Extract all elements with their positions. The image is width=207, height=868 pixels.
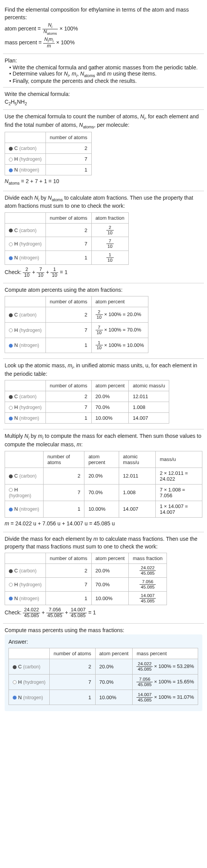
table-row: H (hydrogen)7710 [5,237,129,251]
table-row: C (carbon)220.0%24.02245.085 × 100% = 53… [9,659,198,675]
table-row: H (hydrogen)770.0%1.0087 × 1.008 = 7.056 [5,484,202,501]
carbon-dot-icon [9,395,13,399]
answer-section: Compute mass percents using the mass fra… [3,624,204,714]
plan-item: Finally, compute the percents and check … [9,78,202,84]
hydrogen-dot-icon [13,680,17,684]
table-row: C (carbon)220.0%12.011 [5,391,169,402]
carbon-dot-icon [9,569,13,573]
hydrogen-dot-icon [9,488,13,492]
mass-percent-text: Compute mass percents using the mass fra… [5,627,202,634]
natoms-equation: Natoms = 2 + 7 + 1 = 10 [5,178,202,186]
mass-calc-text: Multiply Ni by mi to compute the mass fo… [5,432,202,448]
mass-fraction-check: Check: 24.02245.085 + 7.05645.085 + 14.0… [5,607,202,619]
table-row: C (carbon)220.0%24.02245.085 [5,564,167,578]
nitrogen-dot-icon [9,256,13,260]
answer-box: Answer: number of atomsatom percentmass … [5,634,202,712]
carbon-dot-icon [9,229,13,232]
hydrogen-dot-icon [9,583,13,587]
atomic-mass-text: Look up the atomic mass, mi, in unified … [5,362,202,378]
nitrogen-dot-icon [9,344,13,348]
atom-fraction-check: Check: 210 + 710 + 110 = 1 [5,267,202,278]
atom-fraction-text: Divide each Ni by Natoms to calculate at… [5,194,202,210]
table-row: N (nitrogen)110.00%14.007 [5,413,169,424]
table-row: N (nitrogen)110.00%14.00745.085 [5,591,167,605]
mass-percent-formula: mass percent = Nimim × 100% [5,37,202,49]
table-row: H (hydrogen)770.0%7.05645.085 [5,578,167,592]
atoms-table: number of atoms C (carbon)2 H (hydrogen)… [5,132,92,175]
atom-percent-text: Compute atom percents using the atom fra… [5,286,202,294]
table-row: N (nitrogen)1 [5,165,92,175]
atom-percent-table: number of atomsatom percent C (carbon)22… [5,296,148,353]
mass-fraction-text: Divide the mass for each element by m to… [5,535,202,550]
atomic-mass-section: Look up the atomic mass, mi, in unified … [3,359,204,429]
table-row: C (carbon)2210 × 100% = 20.0% [5,307,148,323]
nitrogen-dot-icon [9,168,13,172]
atom-percent-section: Compute atom percents using the atom fra… [3,283,204,359]
intro-text: Find the elemental composition for ethyl… [5,6,202,21]
answer-table: number of atomsatom percentmass percent … [8,648,198,705]
plan-item: Determine values for Ni, mi, Natoms and … [9,71,202,78]
table-row: N (nitrogen)110.00%14.00745.085 × 100% =… [9,690,198,705]
answer-label: Answer: [8,638,199,646]
plan-heading: Plan: [5,57,202,65]
atomic-mass-table: number of atomsatom percentatomic mass/u… [5,380,169,424]
table-row: C (carbon)220.0%12.0112 × 12.011 = 24.02… [5,468,202,484]
table-row: H (hydrogen)7 [5,154,92,165]
atom-fraction-section: Divide each Ni by Natoms to calculate at… [3,191,204,283]
table-row: H (hydrogen)770.0%1.008 [5,402,169,413]
chemical-formula: C2H5NH2 [5,98,202,106]
nitrogen-dot-icon [9,508,13,511]
write-formula-section: Write the chemical formula: C2H5NH2 [3,87,204,110]
nitrogen-dot-icon [9,417,13,421]
mass-calc-table: number of atomsatom percentatomic mass/u… [5,451,202,518]
atom-percent-formula: atom percent = NiNatoms × 100% [5,23,202,35]
carbon-dot-icon [9,313,13,317]
molecular-mass-equation: m = 24.022 u + 7.056 u + 14.007 u = 45.0… [5,520,202,528]
hydrogen-dot-icon [9,242,13,246]
mass-fraction-section: Divide the mass for each element by m to… [3,532,204,624]
carbon-dot-icon [9,474,13,478]
carbon-dot-icon [9,147,13,151]
carbon-dot-icon [13,665,17,669]
table-row: C (carbon)2 [5,143,92,154]
hydrogen-dot-icon [9,328,13,332]
count-atoms-section: Use the chemical formula to count the nu… [3,110,204,191]
table-row: N (nitrogen)110.00%14.0071 × 14.007 = 14… [5,501,202,517]
table-row: C (carbon)2210 [5,223,129,237]
plan-list: Write the chemical formula and gather at… [5,64,202,84]
nitrogen-dot-icon [9,597,13,601]
nitrogen-dot-icon [13,696,17,700]
write-formula-text: Write the chemical formula: [5,91,202,98]
mass-calc-section: Multiply Ni by mi to compute the mass fo… [3,429,204,532]
table-row: H (hydrogen)770.0%7.05645.085 × 100% = 1… [9,675,198,690]
table-row: N (nitrogen)1110 [5,251,129,265]
table-row: H (hydrogen)7710 × 100% = 70.0% [5,322,148,338]
plan-section: Plan: Write the chemical formula and gat… [3,54,204,87]
count-atoms-text: Use the chemical formula to count the nu… [5,113,202,130]
table-row: N (nitrogen)1110 × 100% = 10.00% [5,338,148,353]
intro-section: Find the elemental composition for ethyl… [3,3,204,54]
hydrogen-dot-icon [9,158,13,161]
plan-item: Write the chemical formula and gather at… [9,64,202,71]
atom-fraction-table: number of atomsatom fraction C (carbon)2… [5,212,129,265]
hydrogen-dot-icon [9,406,13,410]
mass-fraction-table: number of atomsatom percentmass fraction… [5,553,167,605]
